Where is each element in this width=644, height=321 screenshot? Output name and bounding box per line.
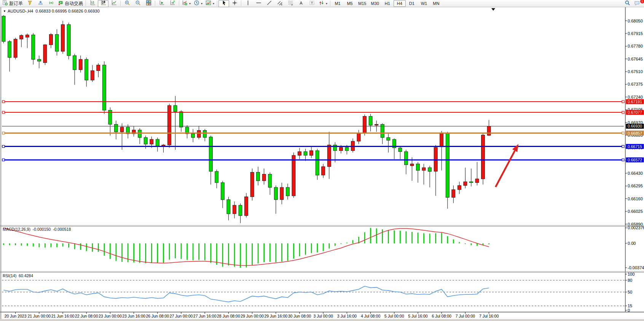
candle-body [85,59,88,80]
line-anchor-square[interactable] [2,111,5,113]
bar-chart-button[interactable] [87,0,98,7]
macd-main-value: -0.000150 [33,227,51,232]
cloud-user-button[interactable] [35,0,46,7]
candle-body [322,167,325,175]
macd-indicator-label: MACD(12,26,9) -0.000150 -0.000518 [3,227,71,232]
hline-button[interactable] [253,0,264,7]
indicators-icon [182,0,188,7]
price-tick-label: 0.67510 [628,69,643,74]
line-anchor-square[interactable] [622,159,624,161]
time-tick-label: 29 Jun 16:00 [264,314,287,318]
timeframe-H1-button[interactable]: H1 [381,0,394,7]
candle-body [2,16,5,42]
timeframe-M5-button[interactable]: M5 [344,0,356,7]
candle-body [227,200,230,214]
funnel-button[interactable] [24,0,35,7]
macd-name: MACD(12,26,9) [3,227,30,232]
line-anchor-square[interactable] [2,132,5,134]
label-icon: T [309,0,315,7]
rsi-axis-label: 50 [628,290,632,294]
line-anchor-square[interactable] [622,111,624,113]
shapes-button[interactable]: ▾ [317,0,329,7]
text-button[interactable]: A [296,0,306,7]
candle-body [37,59,41,61]
clock-button[interactable]: ▾ [192,0,204,7]
autoscroll-button[interactable] [156,0,167,7]
time-tick-label: 27 Jun 00:00 [170,314,193,318]
trendline-button[interactable] [264,0,274,7]
line-anchor-square[interactable] [622,145,624,148]
candlestick-button[interactable] [98,0,108,7]
line-chart-button[interactable] [108,0,119,7]
timeframe-M1-button[interactable]: M1 [332,0,344,7]
timeframe-M30-button[interactable]: M30 [368,0,381,7]
chart-area[interactable]: 0.680500.679150.677800.676450.675100.673… [0,0,644,321]
time-tick-label: 22 Jun 08:00 [75,314,98,318]
line-anchor-square[interactable] [2,159,5,161]
label-button[interactable]: T [306,0,317,7]
candle-body [32,35,35,59]
time-tick-label: 4 Jul 08:00 [361,314,381,318]
candlestick-icon [100,0,106,7]
timeframe-M15-button[interactable]: M15 [356,0,368,7]
timeframe-H4-button[interactable]: H4 [394,0,406,7]
cursor-icon [221,0,227,7]
indicators-button[interactable]: ▾ [180,0,192,7]
svg-text:F: F [291,3,293,6]
candle-body [339,147,343,151]
time-tick-label: 23 Jun 16:00 [122,314,145,318]
symbol-dropdown-icon[interactable]: ▼ [3,10,6,13]
price-tick-label: 0.67375 [628,82,643,86]
toolbar-separator [330,1,330,6]
autoscroll-icon [159,0,165,7]
candle-body [73,56,77,70]
notifications-button[interactable]: 1 [633,0,643,7]
new-order-button[interactable]: 新订单 [1,0,24,7]
candle-body [481,135,485,179]
price-line-badge: 0.67191 [626,99,644,104]
svg-text:0.66715: 0.66715 [628,144,642,149]
template-button[interactable]: ▾ [204,0,216,7]
line-anchor-square[interactable] [2,101,5,103]
zoom-in-button[interactable] [122,0,132,7]
toolbar-separator [217,1,217,6]
tile-windows-button[interactable] [143,0,154,7]
ohlc-open: 0.66833 [35,9,51,13]
line-anchor-square[interactable] [622,101,624,103]
line-anchor-square[interactable] [2,145,5,148]
search-button[interactable] [622,0,633,7]
new-order-label: 新订单 [9,0,23,7]
fibonacci-button[interactable]: F [285,0,296,7]
toolbar-separator [179,1,179,6]
chart-shift-icon [170,0,175,7]
rsi-axis-label: 100 [628,272,634,276]
channel-button[interactable]: E [274,0,285,7]
time-tick-label: 20 Jun 2023 [5,314,27,318]
timeframe-D1-button[interactable]: D1 [406,0,418,7]
candle-body [470,182,473,183]
timeframe-W1-button[interactable]: W1 [418,0,430,7]
hline-icon [256,0,261,7]
macd-axis-label: -0.003747 [628,265,644,270]
price-line-badge: 0.66715 [626,144,644,149]
candle-body [452,190,455,197]
trendline-icon [266,0,272,7]
autotrade-icon [58,0,64,7]
timeframe-MN-button[interactable]: MN [430,0,442,7]
toolbar-separator [241,1,241,6]
autotrade-button[interactable]: 自动交易 [56,0,84,7]
chart-shift-button[interactable] [167,0,178,7]
vline-button[interactable] [242,0,253,7]
line-anchor-square[interactable] [622,132,624,134]
candle-body [257,172,260,181]
chevron-down-icon[interactable]: ▾ [326,2,327,5]
cursor-button[interactable] [218,0,229,7]
crosshair-button[interactable] [229,0,240,7]
chevron-down-icon[interactable]: ▾ [213,2,214,5]
signal-button[interactable] [46,0,56,7]
chevron-down-icon[interactable]: ▾ [201,2,202,5]
chevron-down-icon[interactable]: ▾ [189,2,191,5]
candle-body [292,155,295,196]
zoom-out-button[interactable] [132,0,143,7]
candle-body [67,25,70,56]
